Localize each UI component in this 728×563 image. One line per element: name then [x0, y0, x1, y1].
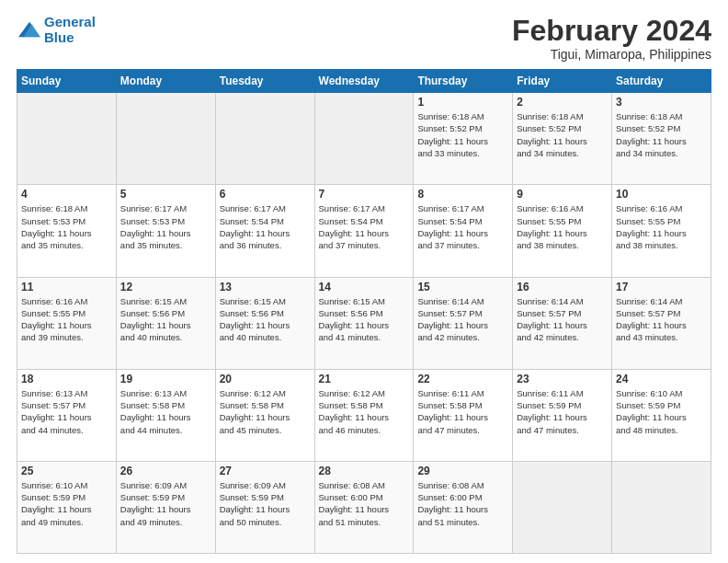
- day-info: Sunrise: 6:11 AMSunset: 5:59 PMDaylight:…: [517, 387, 608, 436]
- day-number: 7: [319, 188, 410, 201]
- calendar-cell: 10Sunrise: 6:16 AMSunset: 5:55 PMDayligh…: [612, 185, 711, 277]
- day-info: Sunrise: 6:14 AMSunset: 5:57 PMDaylight:…: [517, 295, 608, 344]
- day-number: 10: [616, 188, 707, 201]
- day-number: 22: [417, 373, 508, 385]
- day-info: Sunrise: 6:17 AMSunset: 5:54 PMDaylight:…: [319, 202, 410, 251]
- calendar-cell: 24Sunrise: 6:10 AMSunset: 5:59 PMDayligh…: [612, 369, 711, 461]
- day-info: Sunrise: 6:18 AMSunset: 5:52 PMDaylight:…: [517, 110, 608, 159]
- calendar-week-row: 25Sunrise: 6:10 AMSunset: 5:59 PMDayligh…: [17, 461, 711, 553]
- day-info: Sunrise: 6:17 AMSunset: 5:53 PMDaylight:…: [120, 202, 211, 251]
- header: GeneralBlue February 2024 Tigui, Mimarop…: [17, 15, 711, 62]
- calendar-cell: 22Sunrise: 6:11 AMSunset: 5:58 PMDayligh…: [414, 369, 513, 461]
- calendar-cell: 26Sunrise: 6:09 AMSunset: 5:59 PMDayligh…: [116, 461, 215, 553]
- day-info: Sunrise: 6:11 AMSunset: 5:58 PMDaylight:…: [417, 387, 508, 436]
- subtitle: Tigui, Mimaropa, Philippines: [512, 47, 711, 62]
- day-info: Sunrise: 6:08 AMSunset: 6:00 PMDaylight:…: [319, 479, 410, 528]
- calendar-cell: 1Sunrise: 6:18 AMSunset: 5:52 PMDaylight…: [414, 93, 513, 185]
- calendar-cell: [17, 93, 117, 185]
- day-info: Sunrise: 6:13 AMSunset: 5:58 PMDaylight:…: [120, 387, 211, 436]
- day-number: 6: [220, 188, 311, 201]
- calendar-cell: 19Sunrise: 6:13 AMSunset: 5:58 PMDayligh…: [116, 369, 215, 461]
- calendar-cell: 9Sunrise: 6:16 AMSunset: 5:55 PMDaylight…: [513, 185, 612, 277]
- day-info: Sunrise: 6:16 AMSunset: 5:55 PMDaylight:…: [21, 295, 112, 344]
- calendar-cell: 6Sunrise: 6:17 AMSunset: 5:54 PMDaylight…: [215, 185, 314, 277]
- day-number: 9: [517, 188, 608, 201]
- calendar-cell: 16Sunrise: 6:14 AMSunset: 5:57 PMDayligh…: [513, 277, 612, 369]
- calendar-cell: 20Sunrise: 6:12 AMSunset: 5:58 PMDayligh…: [215, 369, 314, 461]
- calendar-cell: 14Sunrise: 6:15 AMSunset: 5:56 PMDayligh…: [314, 277, 414, 369]
- calendar-cell: 12Sunrise: 6:15 AMSunset: 5:56 PMDayligh…: [116, 277, 215, 369]
- day-info: Sunrise: 6:13 AMSunset: 5:57 PMDaylight:…: [21, 387, 112, 436]
- calendar-cell: 3Sunrise: 6:18 AMSunset: 5:52 PMDaylight…: [612, 93, 711, 185]
- day-number: 18: [21, 373, 112, 385]
- day-number: 17: [616, 281, 707, 293]
- calendar-cell: [612, 461, 711, 553]
- day-info: Sunrise: 6:09 AMSunset: 5:59 PMDaylight:…: [220, 479, 311, 528]
- calendar-header-cell: Thursday: [414, 70, 513, 93]
- day-number: 19: [120, 373, 211, 385]
- day-number: 4: [21, 188, 112, 201]
- day-number: 25: [21, 465, 112, 477]
- day-number: 14: [319, 281, 410, 293]
- day-number: 1: [417, 96, 508, 109]
- day-info: Sunrise: 6:14 AMSunset: 5:57 PMDaylight:…: [616, 295, 707, 344]
- day-number: 21: [319, 373, 410, 385]
- calendar-cell: 15Sunrise: 6:14 AMSunset: 5:57 PMDayligh…: [414, 277, 513, 369]
- day-info: Sunrise: 6:15 AMSunset: 5:56 PMDaylight:…: [319, 295, 410, 344]
- day-info: Sunrise: 6:17 AMSunset: 5:54 PMDaylight:…: [220, 202, 311, 251]
- calendar-cell: [314, 93, 414, 185]
- day-number: 13: [220, 281, 311, 293]
- day-info: Sunrise: 6:16 AMSunset: 5:55 PMDaylight:…: [517, 202, 608, 251]
- day-info: Sunrise: 6:10 AMSunset: 5:59 PMDaylight:…: [616, 387, 707, 436]
- calendar-table: SundayMondayTuesdayWednesdayThursdayFrid…: [17, 69, 711, 554]
- day-number: 12: [120, 281, 211, 293]
- day-number: 16: [517, 281, 608, 293]
- day-number: 23: [517, 373, 608, 385]
- day-number: 20: [220, 373, 311, 385]
- calendar-cell: [513, 461, 612, 553]
- calendar-body: 1Sunrise: 6:18 AMSunset: 5:52 PMDaylight…: [17, 93, 711, 554]
- calendar-cell: 8Sunrise: 6:17 AMSunset: 5:54 PMDaylight…: [414, 185, 513, 277]
- calendar-header-cell: Monday: [116, 70, 215, 93]
- day-number: 2: [517, 96, 608, 109]
- day-number: 24: [616, 373, 707, 385]
- day-info: Sunrise: 6:15 AMSunset: 5:56 PMDaylight:…: [220, 295, 311, 344]
- calendar-header-cell: Saturday: [612, 70, 711, 93]
- day-info: Sunrise: 6:18 AMSunset: 5:52 PMDaylight:…: [417, 110, 508, 159]
- day-number: 27: [220, 465, 311, 477]
- calendar-header-cell: Tuesday: [215, 70, 314, 93]
- calendar-cell: 28Sunrise: 6:08 AMSunset: 6:00 PMDayligh…: [314, 461, 414, 553]
- day-number: 29: [417, 465, 508, 477]
- day-info: Sunrise: 6:08 AMSunset: 6:00 PMDaylight:…: [417, 479, 508, 528]
- day-number: 15: [417, 281, 508, 293]
- calendar-cell: 25Sunrise: 6:10 AMSunset: 5:59 PMDayligh…: [17, 461, 117, 553]
- calendar-cell: 11Sunrise: 6:16 AMSunset: 5:55 PMDayligh…: [17, 277, 117, 369]
- calendar-cell: 27Sunrise: 6:09 AMSunset: 5:59 PMDayligh…: [215, 461, 314, 553]
- calendar-week-row: 11Sunrise: 6:16 AMSunset: 5:55 PMDayligh…: [17, 277, 711, 369]
- calendar-header-cell: Sunday: [17, 70, 117, 93]
- day-number: 8: [417, 188, 508, 201]
- day-info: Sunrise: 6:14 AMSunset: 5:57 PMDaylight:…: [417, 295, 508, 344]
- calendar-cell: 2Sunrise: 6:18 AMSunset: 5:52 PMDaylight…: [513, 93, 612, 185]
- calendar-cell: 29Sunrise: 6:08 AMSunset: 6:00 PMDayligh…: [414, 461, 513, 553]
- day-number: 11: [21, 281, 112, 293]
- calendar-cell: 5Sunrise: 6:17 AMSunset: 5:53 PMDaylight…: [116, 185, 215, 277]
- day-number: 28: [319, 465, 410, 477]
- page: GeneralBlue February 2024 Tigui, Mimarop…: [0, 0, 728, 563]
- main-title: February 2024: [512, 15, 711, 47]
- day-info: Sunrise: 6:09 AMSunset: 5:59 PMDaylight:…: [120, 479, 211, 528]
- calendar-header-row: SundayMondayTuesdayWednesdayThursdayFrid…: [17, 70, 711, 93]
- day-info: Sunrise: 6:12 AMSunset: 5:58 PMDaylight:…: [220, 387, 311, 436]
- calendar-cell: 17Sunrise: 6:14 AMSunset: 5:57 PMDayligh…: [612, 277, 711, 369]
- day-info: Sunrise: 6:18 AMSunset: 5:53 PMDaylight:…: [21, 202, 112, 251]
- calendar-header-cell: Friday: [513, 70, 612, 93]
- day-info: Sunrise: 6:10 AMSunset: 5:59 PMDaylight:…: [21, 479, 112, 528]
- calendar-cell: [215, 93, 314, 185]
- calendar-cell: 18Sunrise: 6:13 AMSunset: 5:57 PMDayligh…: [17, 369, 117, 461]
- calendar-cell: 4Sunrise: 6:18 AMSunset: 5:53 PMDaylight…: [17, 185, 117, 277]
- calendar-header-cell: Wednesday: [314, 70, 414, 93]
- calendar-cell: [116, 93, 215, 185]
- title-block: February 2024 Tigui, Mimaropa, Philippin…: [512, 15, 711, 62]
- calendar-cell: 13Sunrise: 6:15 AMSunset: 5:56 PMDayligh…: [215, 277, 314, 369]
- day-number: 3: [616, 96, 707, 109]
